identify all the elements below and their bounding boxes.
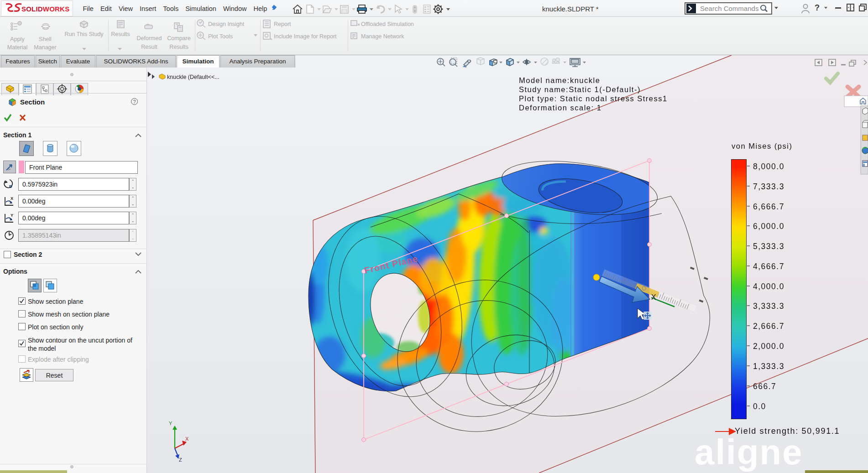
svg-text:Y: Y bbox=[10, 213, 13, 218]
svg-text:Z: Z bbox=[179, 457, 182, 463]
svg-text:X: X bbox=[10, 196, 13, 201]
svg-text:X: X bbox=[651, 293, 656, 301]
svg-text:X: X bbox=[185, 436, 189, 442]
svg-text:SOLIDWORKS: SOLIDWORKS bbox=[21, 5, 69, 13]
svg-text:Y: Y bbox=[169, 421, 173, 426]
svg-text:knuckle (Default<<...: knuckle (Default<<... bbox=[167, 74, 220, 80]
svg-text:D: D bbox=[9, 184, 12, 189]
